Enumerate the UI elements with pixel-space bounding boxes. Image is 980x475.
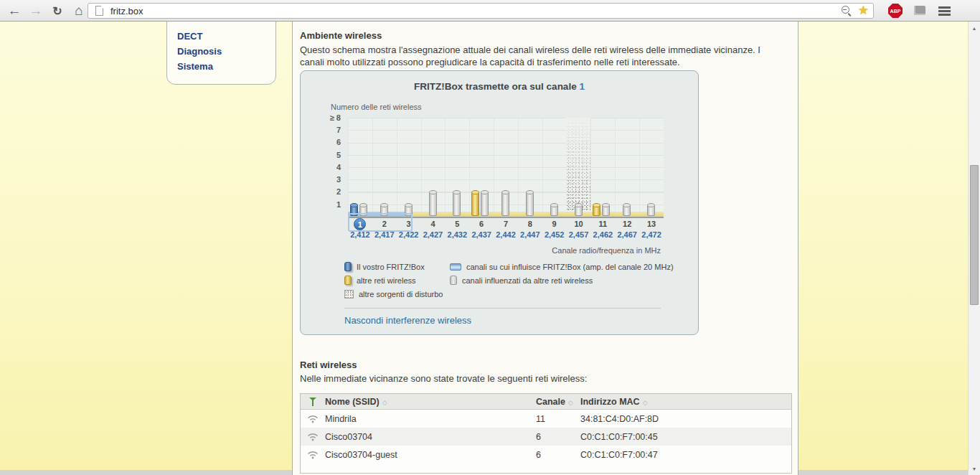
frequency-label: 2,442 bbox=[494, 230, 518, 239]
sort-icon bbox=[640, 397, 648, 407]
legend-entry: altre reti wireless bbox=[344, 273, 443, 287]
section-description-reti: Nelle immediate vicinanze sono state tro… bbox=[300, 373, 786, 385]
hide-interference-link[interactable]: Nascondi interferenze wireless bbox=[344, 315, 471, 326]
section-description-ambiente: Questo schema mostra l'assegnazione attu… bbox=[300, 44, 786, 68]
cell-mac: C0:C1:C0:F7:00:47 bbox=[580, 450, 791, 460]
influence-bar bbox=[453, 192, 461, 216]
channel-column-8 bbox=[518, 118, 542, 217]
frequency-label: 2,467 bbox=[615, 230, 639, 239]
current-channel-selection-box bbox=[348, 213, 413, 232]
scroll-up-arrow[interactable]: ▲ bbox=[969, 26, 980, 31]
forward-button[interactable] bbox=[26, 0, 46, 22]
channel-column-11 bbox=[590, 118, 615, 217]
influence-bar bbox=[647, 204, 655, 216]
channel-columns bbox=[348, 118, 664, 217]
browser-window: fritz.box ABP DECT Diagnosis Sistema Amb… bbox=[0, 0, 980, 475]
bookmark-star-icon[interactable] bbox=[858, 6, 869, 16]
reload-button[interactable] bbox=[47, 0, 67, 22]
address-bar[interactable]: fritz.box bbox=[88, 3, 874, 19]
influence-bar bbox=[501, 192, 509, 216]
influence-bar bbox=[429, 192, 437, 216]
sidebar-item-dect[interactable]: DECT bbox=[167, 29, 275, 44]
cell-channel: 6 bbox=[536, 432, 580, 442]
header-mac[interactable]: Indirizzo MAC bbox=[580, 397, 791, 407]
influence-bar bbox=[526, 192, 534, 216]
extension-icon[interactable] bbox=[914, 6, 925, 15]
table-header-row: Nome (SSID) Canale Indirizzo MAC bbox=[301, 394, 791, 410]
channel-column-3 bbox=[397, 118, 421, 217]
table-row: Cisco03704 6 C0:C1:C0:F7:00:45 bbox=[301, 428, 791, 446]
y-tick: 6 bbox=[301, 138, 341, 146]
chart-legend-right: canali su cui influisce FRITZ!Box (amp. … bbox=[450, 260, 674, 287]
chart-title-text: FRITZ!Box trasmette ora sul canale bbox=[414, 81, 579, 92]
scroll-down-arrow[interactable]: ▼ bbox=[969, 466, 980, 471]
channel-column-2 bbox=[372, 118, 397, 217]
table-row: Cisco03704-guest 6 C0:C1:C0:F7:00:47 bbox=[301, 446, 791, 464]
chart-legend-left: Il vostro FRITZ!Box altre reti wireless … bbox=[344, 260, 443, 301]
legend-entry: canali su cui influisce FRITZ!Box (amp. … bbox=[450, 260, 674, 273]
frequency-label: 2,432 bbox=[445, 230, 469, 239]
bar-blue-icon bbox=[344, 262, 352, 271]
scrollbar-thumb[interactable] bbox=[970, 165, 979, 305]
frequency-label: 2,462 bbox=[590, 230, 615, 239]
y-tick: 4 bbox=[301, 163, 341, 171]
channel-column-13 bbox=[639, 118, 664, 217]
adblock-extension-icon[interactable]: ABP bbox=[888, 4, 903, 18]
channel-column-10 bbox=[567, 118, 591, 217]
legend-label: canali influenzati da altre reti wireles… bbox=[462, 276, 593, 285]
y-tick: 7 bbox=[301, 126, 341, 134]
section-title-reti: Reti wireless bbox=[300, 359, 357, 370]
cell-ssid: Cisco03704-guest bbox=[325, 450, 536, 460]
vertical-scrollbar[interactable]: ▲ ▼ bbox=[968, 22, 980, 475]
influence-bar bbox=[602, 204, 610, 216]
channel-column-5 bbox=[445, 118, 469, 217]
cell-mac: C0:C1:C0:F7:00:45 bbox=[580, 432, 791, 442]
sidebar-item-diagnosis[interactable]: Diagnosis bbox=[167, 44, 275, 59]
zoom-out-icon[interactable] bbox=[842, 6, 852, 16]
url-text[interactable]: fritz.box bbox=[110, 6, 143, 17]
y-tick: ≥ 8 bbox=[301, 113, 341, 122]
legend-label: Il vostro FRITZ!Box bbox=[357, 263, 425, 271]
frequency-label: 2,447 bbox=[518, 230, 542, 239]
browser-toolbar: fritz.box ABP bbox=[0, 0, 980, 22]
home-button[interactable] bbox=[69, 0, 89, 22]
cell-ssid: Cisco03704 bbox=[325, 432, 536, 442]
legend-entry: altre sorgenti di disturbo bbox=[344, 287, 443, 301]
legend-label: altre sorgenti di disturbo bbox=[359, 290, 443, 298]
back-button[interactable] bbox=[4, 0, 24, 22]
wifi-icon bbox=[301, 450, 325, 459]
sort-icon bbox=[380, 397, 387, 407]
bar-yellow-icon bbox=[344, 276, 352, 285]
x-axis-label: Canale radio/frequenza in MHz bbox=[552, 246, 661, 255]
header-ssid[interactable]: Nome (SSID) bbox=[325, 397, 536, 407]
page-body: DECT Diagnosis Sistema Ambiente wireless… bbox=[0, 22, 968, 475]
header-channel[interactable]: Canale bbox=[536, 397, 580, 407]
chart-title-channel-number: 1 bbox=[579, 81, 585, 92]
table-row: Mindrila 11 34:81:C4:D0:AF:8D bbox=[301, 410, 791, 428]
bar-grey-icon bbox=[450, 276, 457, 285]
chart-title: FRITZ!Box trasmette ora sul canale 1 bbox=[301, 81, 698, 92]
sidebar-menu: DECT Diagnosis Sistema bbox=[166, 22, 276, 85]
wireless-channel-chart-panel: FRITZ!Box trasmette ora sul canale 1 Num… bbox=[300, 70, 699, 335]
influence-bar bbox=[481, 192, 489, 216]
channel-column-7 bbox=[494, 118, 518, 217]
influence-bar bbox=[575, 204, 583, 216]
channel-column-9 bbox=[542, 118, 567, 217]
antenna-icon bbox=[301, 397, 325, 407]
y-tick: 5 bbox=[301, 151, 341, 159]
wifi-icon bbox=[301, 432, 325, 441]
y-axis-label: Numero delle reti wireless bbox=[331, 103, 422, 111]
channel-column-1 bbox=[348, 118, 372, 217]
legend-label: canali su cui influisce FRITZ!Box (amp. … bbox=[466, 263, 674, 271]
frequency-label: 2,437 bbox=[469, 230, 494, 239]
y-tick: 2 bbox=[301, 187, 341, 196]
legend-entry: Il vostro FRITZ!Box bbox=[344, 260, 443, 273]
influence-bar bbox=[623, 204, 631, 216]
main-content: Ambiente wireless Questo schema mostra l… bbox=[292, 22, 798, 475]
frequency-label: 2,452 bbox=[542, 230, 567, 239]
wifi-icon bbox=[301, 414, 325, 423]
sidebar-item-sistema[interactable]: Sistema bbox=[167, 59, 275, 74]
browser-menu-icon[interactable] bbox=[938, 6, 951, 9]
frequency-label: 2,427 bbox=[421, 230, 446, 239]
sort-icon bbox=[565, 397, 573, 407]
